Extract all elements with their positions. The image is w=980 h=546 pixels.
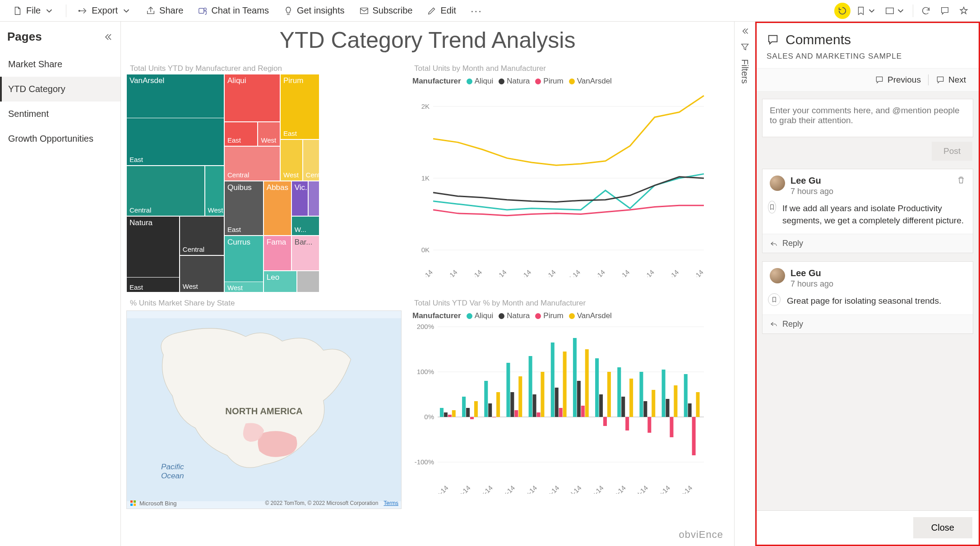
- comment-author: Lee Gu: [790, 268, 833, 278]
- file-menu[interactable]: File: [8, 3, 59, 19]
- treemap-cells: VanArsdel East Central West Natura Centr…: [126, 74, 406, 292]
- comments-title: Comments: [786, 32, 851, 47]
- svg-text:100%: 100%: [417, 368, 434, 375]
- avatar: [770, 176, 785, 191]
- line-legend: Manufacturer Aliqui Natura Pirum VanArsd…: [411, 74, 717, 88]
- viz-title: Total Units by Month and Manufacturer: [411, 62, 717, 74]
- svg-rect-91: [666, 399, 670, 417]
- svg-text:-100%: -100%: [415, 458, 434, 466]
- bookmark-comment-button[interactable]: [768, 201, 776, 213]
- svg-rect-68: [563, 352, 567, 417]
- svg-rect-52: [492, 417, 496, 417]
- avatar: [770, 268, 785, 283]
- top-toolbar: File Export Share Chat in Teams Get insi…: [0, 0, 980, 22]
- svg-text:Nov-14: Nov-14: [651, 484, 671, 494]
- reset-button[interactable]: [834, 3, 851, 19]
- subscribe-button[interactable]: Subscribe: [355, 3, 417, 19]
- svg-rect-50: [484, 381, 488, 417]
- viz-line[interactable]: Total Units by Month and Manufacturer Ma…: [411, 62, 717, 292]
- svg-rect-80: [617, 367, 621, 417]
- comment-icon: [875, 75, 884, 84]
- svg-rect-28: [134, 500, 136, 503]
- comment-button[interactable]: [937, 3, 953, 19]
- pencil-icon: [427, 6, 437, 16]
- chat-teams-button[interactable]: Chat in Teams: [193, 3, 273, 19]
- svg-rect-90: [662, 370, 666, 417]
- next-comment-button[interactable]: Next: [933, 73, 969, 87]
- svg-rect-61: [533, 394, 536, 417]
- pages-sidebar: Pages Market Share YTD Category Sentimen…: [0, 22, 121, 546]
- svg-rect-93: [674, 385, 677, 417]
- reply-button[interactable]: Reply: [763, 234, 973, 253]
- map-terms-link[interactable]: Terms: [384, 500, 398, 506]
- favorite-button[interactable]: [956, 3, 972, 19]
- svg-rect-96: [688, 403, 692, 417]
- bookmark-icon: [856, 6, 866, 16]
- comments-subtitle: SALES AND MARKETING SAMPLE: [757, 50, 979, 68]
- viz-title: % Units Market Share by State: [126, 297, 406, 309]
- svg-text:Apr-14: Apr-14: [496, 484, 516, 494]
- viz-map[interactable]: % Units Market Share by State NORTH AMER…: [126, 297, 406, 514]
- svg-text:Sep-14: Sep-14: [606, 484, 627, 494]
- comment-icon: [767, 33, 779, 46]
- bing-icon: [129, 500, 137, 507]
- get-insights-button[interactable]: Get insights: [279, 3, 349, 19]
- page-item-sentiment[interactable]: Sentiment: [0, 102, 120, 126]
- svg-text:Jul-14: Jul-14: [563, 268, 582, 277]
- file-icon: [13, 6, 23, 16]
- svg-rect-87: [647, 417, 651, 433]
- svg-rect-71: [577, 381, 581, 417]
- page-item-ytd-category[interactable]: YTD Category: [0, 77, 120, 102]
- more-button[interactable]: ···: [466, 2, 487, 20]
- bing-label: Microsoft Bing: [139, 500, 176, 507]
- svg-rect-46: [466, 408, 470, 417]
- svg-text:Mar-14: Mar-14: [463, 268, 484, 277]
- view-dropdown[interactable]: [882, 3, 908, 19]
- svg-rect-4: [886, 8, 894, 14]
- bookmark-dropdown[interactable]: [853, 3, 879, 19]
- page-item-growth-opportunities[interactable]: Growth Opportunities: [0, 126, 120, 151]
- reply-button[interactable]: Reply: [763, 315, 973, 333]
- refresh-icon: [921, 6, 931, 16]
- page-item-market-share[interactable]: Market Share: [0, 52, 120, 77]
- star-icon: [959, 6, 969, 16]
- svg-rect-98: [696, 392, 700, 417]
- previous-comment-button[interactable]: Previous: [872, 73, 924, 87]
- svg-text:Ocean: Ocean: [161, 471, 184, 480]
- post-button[interactable]: Post: [932, 142, 972, 161]
- svg-rect-43: [452, 410, 456, 417]
- svg-text:1K: 1K: [421, 174, 430, 182]
- comment-time: 7 hours ago: [790, 187, 833, 196]
- pages-title: Pages: [7, 30, 42, 44]
- refresh-button[interactable]: [918, 3, 934, 19]
- export-menu[interactable]: Export: [74, 3, 136, 19]
- svg-text:Jun-14: Jun-14: [541, 484, 560, 494]
- delete-comment-button[interactable]: [957, 176, 966, 186]
- svg-text:Jan-14: Jan-14: [430, 484, 449, 494]
- bookmark-comment-button[interactable]: [768, 293, 781, 306]
- svg-rect-78: [607, 372, 611, 417]
- svg-text:0%: 0%: [424, 413, 434, 421]
- svg-text:Jun-14: Jun-14: [537, 268, 557, 277]
- viz-treemap[interactable]: Total Units YTD by Manufacturer and Regi…: [126, 62, 406, 292]
- bar-legend: Manufacturer Aliqui Natura Pirum VanArsd…: [411, 309, 717, 322]
- svg-text:200%: 200%: [417, 323, 434, 330]
- comments-panel: Comments SALES AND MARKETING SAMPLE Prev…: [755, 22, 980, 546]
- svg-rect-82: [625, 417, 629, 430]
- edit-button[interactable]: Edit: [422, 3, 460, 19]
- svg-text:Jul-14: Jul-14: [564, 484, 583, 494]
- svg-rect-73: [585, 349, 589, 417]
- report-title: YTD Category Trend Analysis: [121, 22, 734, 58]
- collapse-sidebar-icon[interactable]: [102, 32, 113, 42]
- svg-text:Oct-14: Oct-14: [629, 484, 649, 494]
- svg-text:Nov-14: Nov-14: [659, 268, 680, 277]
- share-button[interactable]: Share: [141, 3, 188, 19]
- svg-rect-85: [639, 372, 643, 417]
- viz-bar[interactable]: Total Units YTD Var % by Month and Manuf…: [411, 297, 717, 514]
- svg-rect-57: [514, 410, 518, 417]
- close-button[interactable]: Close: [913, 517, 972, 538]
- expand-filters-button[interactable]: [740, 26, 750, 37]
- bar-body: Manufacturer Aliqui Natura Pirum VanArsd…: [411, 309, 717, 514]
- comment-input[interactable]: [763, 99, 973, 135]
- lightbulb-icon: [283, 6, 293, 16]
